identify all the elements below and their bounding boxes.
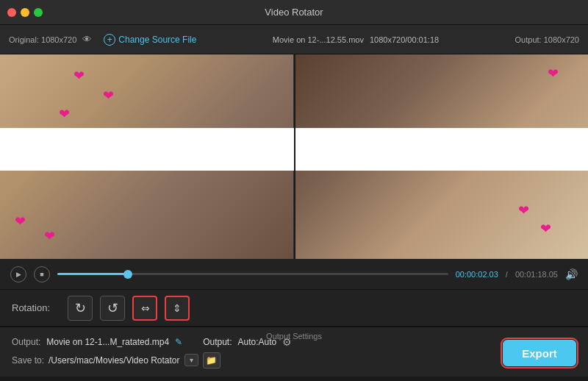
heart-decoration: ❤ bbox=[15, 213, 26, 229]
heart-decoration: ❤ bbox=[59, 106, 70, 122]
playback-bar: ▶ ■ 00:00:02.03 / 00:01:18.05 🔊 bbox=[0, 259, 588, 290]
progress-thumb bbox=[123, 270, 132, 279]
stop-button[interactable]: ■ bbox=[34, 266, 50, 282]
time-total: 00:01:18.05 bbox=[515, 270, 558, 279]
output-label-1: Output: bbox=[12, 337, 40, 347]
progress-track[interactable] bbox=[57, 273, 448, 275]
save-to-label: Save to: bbox=[12, 355, 44, 366]
flip-vertical-button[interactable]: ⇕ bbox=[165, 296, 190, 321]
heart-decoration: ❤ bbox=[518, 202, 529, 218]
change-source-button[interactable]: + Change Source File bbox=[104, 34, 196, 46]
progress-fill bbox=[57, 273, 128, 275]
stop-icon: ■ bbox=[40, 271, 43, 278]
file-name: Movie on 12-...12.55.mov bbox=[273, 35, 364, 44]
window-title: Video Rotator bbox=[265, 7, 323, 18]
edit-icon[interactable]: ✎ bbox=[175, 337, 182, 347]
top-bar: Original: 1080x720 👁 + Change Source Fil… bbox=[0, 25, 588, 54]
title-bar: Video Rotator bbox=[0, 0, 588, 25]
change-source-label: Change Source File bbox=[118, 35, 196, 45]
eye-icon[interactable]: 👁 bbox=[82, 34, 92, 45]
rotation-label: Rotation: bbox=[12, 302, 56, 313]
heart-decoration: ❤ bbox=[540, 221, 551, 237]
chevron-down-icon: ▾ bbox=[190, 356, 193, 364]
heart-decoration: ❤ bbox=[548, 65, 559, 82]
rotate-ccw-button[interactable]: ↺ bbox=[68, 296, 93, 321]
top-bar-left: Original: 1080x720 👁 + Change Source Fil… bbox=[9, 34, 196, 46]
rotate-ccw-icon: ↺ bbox=[75, 300, 86, 316]
time-current: 00:00:02.03 bbox=[456, 270, 498, 279]
heart-decoration: ❤ bbox=[74, 68, 85, 84]
rotate-cw-button[interactable]: ↺ bbox=[100, 296, 125, 321]
play-icon: ▶ bbox=[16, 271, 21, 278]
close-button[interactable] bbox=[7, 8, 16, 17]
fullscreen-button[interactable] bbox=[34, 8, 43, 17]
flip-horizontal-button[interactable]: ⇔ bbox=[132, 296, 157, 321]
rotate-cw-icon: ↺ bbox=[107, 300, 118, 316]
volume-icon[interactable]: 🔊 bbox=[565, 268, 578, 280]
original-resolution: Original: 1080x720 bbox=[9, 35, 76, 44]
output-settings-label: Output Settings bbox=[266, 332, 322, 341]
folder-icon: 📁 bbox=[206, 355, 217, 366]
output2-label: Output: bbox=[203, 337, 232, 347]
minimize-button[interactable] bbox=[21, 8, 29, 17]
heart-decoration: ❤ bbox=[44, 228, 55, 244]
top-bar-center: Movie on 12-...12.55.mov 1080x720/00:01:… bbox=[205, 35, 506, 44]
time-separator: / bbox=[506, 270, 508, 279]
output-resolution: Output: 1080x720 bbox=[515, 35, 579, 44]
heart-decoration: ❤ bbox=[103, 88, 114, 104]
folder-dropdown[interactable]: ▾ bbox=[184, 354, 198, 366]
plus-icon: + bbox=[104, 34, 115, 46]
video-area: ❤ ❤ ❤ ❤ ❤ ❤ ❤ ❤ bbox=[0, 54, 588, 259]
play-button[interactable]: ▶ bbox=[10, 266, 26, 282]
flip-v-icon: ⇕ bbox=[173, 302, 182, 314]
file-resolution: 1080x720/00:01:18 bbox=[370, 35, 439, 44]
export-button[interactable]: Export bbox=[503, 340, 576, 366]
traffic-lights bbox=[0, 8, 43, 17]
panel-divider bbox=[294, 54, 295, 259]
bottom-bar: Output Settings Output: Movie on 12-1...… bbox=[0, 327, 588, 377]
browse-folder-button[interactable]: 📁 bbox=[203, 352, 220, 368]
save-path: /Users/mac/Movies/Video Rotator bbox=[49, 355, 180, 366]
flip-h-icon: ⇔ bbox=[141, 302, 149, 314]
save-to-row: Save to: /Users/mac/Movies/Video Rotator… bbox=[12, 352, 576, 368]
rotation-bar: Rotation: ↺ ↺ ⇔ ⇕ bbox=[0, 290, 588, 327]
output-filename: Movie on 12-1...M_ratated.mp4 bbox=[46, 337, 169, 347]
